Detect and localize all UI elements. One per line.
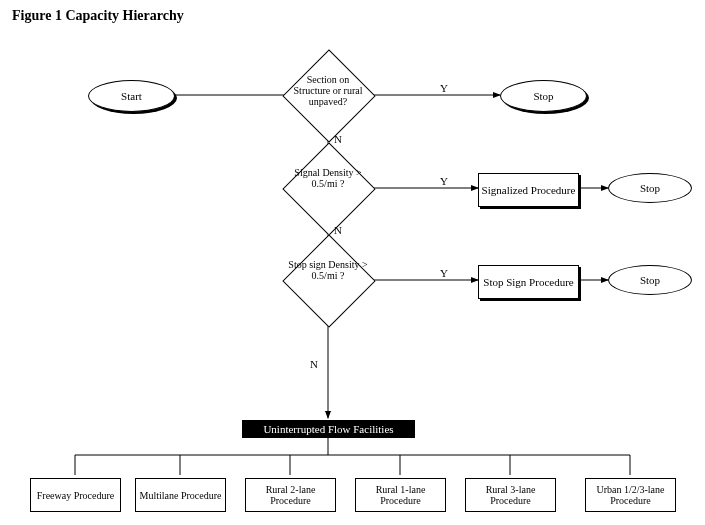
decision-stopsign-density-label: Stop sign Density > 0.5/mi ? (288, 259, 368, 281)
uninterrupted-flow-box: Uninterrupted Flow Facilities (242, 420, 415, 438)
proc-rural-3: Rural 3-lane Procedure (465, 478, 556, 512)
proc-freeway: Freeway Procedure (30, 478, 121, 512)
stop-sign-procedure-box: Stop Sign Procedure (478, 265, 579, 299)
stop-node-3: Stop (608, 265, 692, 295)
decision-structure-label: Section on Structure or rural unpaved? (288, 74, 368, 107)
proc-urban-123: Urban 1/2/3-lane Procedure (585, 478, 676, 512)
proc-rural-2: Rural 2-lane Procedure (245, 478, 336, 512)
stop-node-2: Stop (608, 173, 692, 203)
decision-signal-density-label: Signal Density > 0.5/mi ? (288, 167, 368, 189)
label-no-1: N (334, 133, 342, 145)
proc-rural-1: Rural 1-lane Procedure (355, 478, 446, 512)
stop-node-1: Stop (500, 80, 587, 112)
start-node: Start (88, 80, 175, 112)
label-yes-3: Y (440, 267, 448, 279)
proc-multilane: Multilane Procedure (135, 478, 226, 512)
label-no-3: N (310, 358, 318, 370)
label-no-2: N (334, 224, 342, 236)
signalized-procedure-box: Signalized Procedure (478, 173, 579, 207)
label-yes-2: Y (440, 175, 448, 187)
label-yes-1: Y (440, 82, 448, 94)
